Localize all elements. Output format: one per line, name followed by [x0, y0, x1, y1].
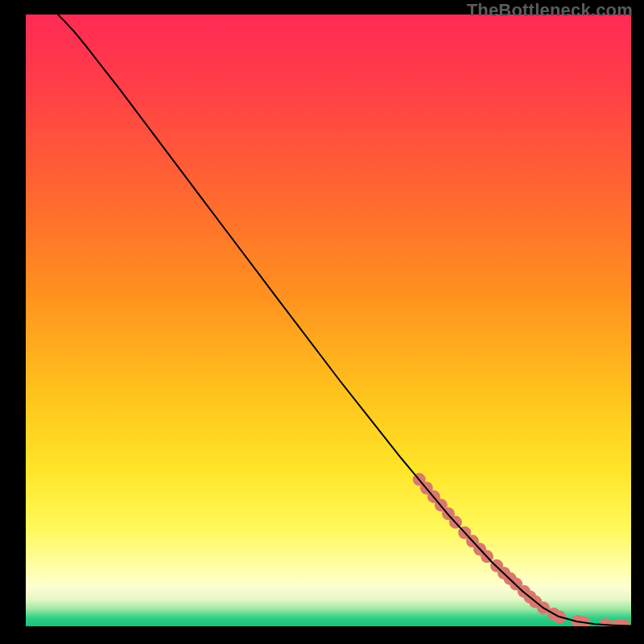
plot-area: [26, 14, 631, 626]
gradient-background: [26, 14, 631, 626]
chart-svg: [26, 14, 631, 626]
chart-stage: TheBottleneck.com: [0, 0, 644, 644]
watermark-text: TheBottleneck.com: [467, 0, 633, 21]
